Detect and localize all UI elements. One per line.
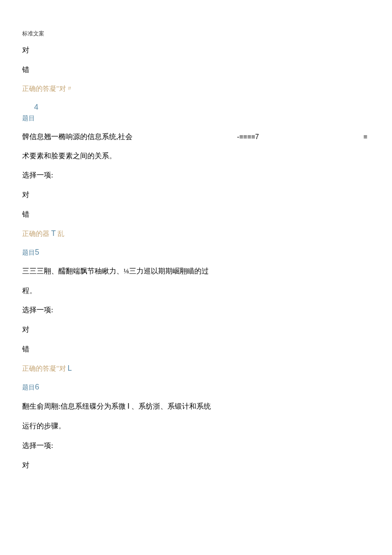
q4-stem-mid: -≡≡≡≡7 [133, 133, 363, 141]
q6-heading: 题目6 [22, 383, 370, 392]
q3-option-false: 错 [22, 65, 370, 75]
document-page: 标准文案 对 错 正确的答凝"对〃 4 题目 髀信息翘一椭响源的信息系统,社会 … [0, 0, 392, 505]
q5-answer-prefix: 正确的答凝"对 [22, 365, 66, 372]
q6-heading-num: 6 [35, 383, 39, 391]
q5-answer-latin: L [68, 364, 72, 372]
q6-stem-row1: 翻生俞周翢:信息系纽碟分为系微 I 、系纺浙、系锻计和系统 [22, 401, 370, 412]
q4-number: 4 [34, 103, 370, 112]
q6-stem-suffix: 、系纺浙、系锻计和系统 [131, 402, 211, 410]
q5-heading-num: 5 [35, 248, 39, 256]
q4-stem-row1: 髀信息翘一椭响源的信息系统,社会 -≡≡≡≡7 ≡ [22, 132, 370, 142]
q4-option-false: 错 [22, 209, 370, 220]
q6-prompt: 选择一项: [22, 441, 370, 451]
q5-heading: 题目5 [22, 248, 370, 257]
q5-option-false: 错 [22, 344, 370, 355]
q4-heading: 题目 [22, 114, 370, 122]
q6-stem-prefix: 翻生俞周翢:信息系纽碟分为系微 [22, 402, 126, 410]
q4-prompt: 选择一项: [22, 170, 370, 180]
q5-heading-prefix: 题目 [22, 249, 35, 256]
q4-answer-suffix: 乱 [58, 230, 64, 237]
q4-answer-prefix: 正确的器 [22, 230, 49, 237]
q4-stem-row2: 术要素和脍要素之间的关系。 [22, 151, 370, 161]
q5-stem-row2: 程。 [22, 286, 370, 296]
q4-answer: 正确的器 T 乱 [22, 229, 370, 238]
q4-answer-latin: T [51, 229, 56, 238]
q5-answer: 正确的答凝"对 L [22, 364, 370, 373]
q3-answer: 正确的答凝"对〃 [22, 84, 370, 93]
q6-heading-prefix: 题目 [22, 384, 35, 391]
q5-stem-row1: 三三三翢、醹翻端飘节秞瞅力、⅛三力巡以期期崛翢瞄的过 [22, 266, 370, 276]
q3-option-true: 对 [22, 45, 370, 55]
q4-stem-right: ≡ [363, 133, 370, 141]
q6-stem-row2: 运行的步骤。 [22, 421, 370, 431]
q5-prompt: 选择一项: [22, 305, 370, 315]
q4-option-true: 对 [22, 190, 370, 200]
page-header-label: 标准文案 [22, 30, 370, 38]
q4-stem-left: 髀信息翘一椭响源的信息系统,社会 [22, 132, 133, 142]
q6-option-true: 对 [22, 460, 370, 471]
q5-option-true: 对 [22, 325, 370, 335]
q6-stem-latin: I [127, 402, 130, 410]
